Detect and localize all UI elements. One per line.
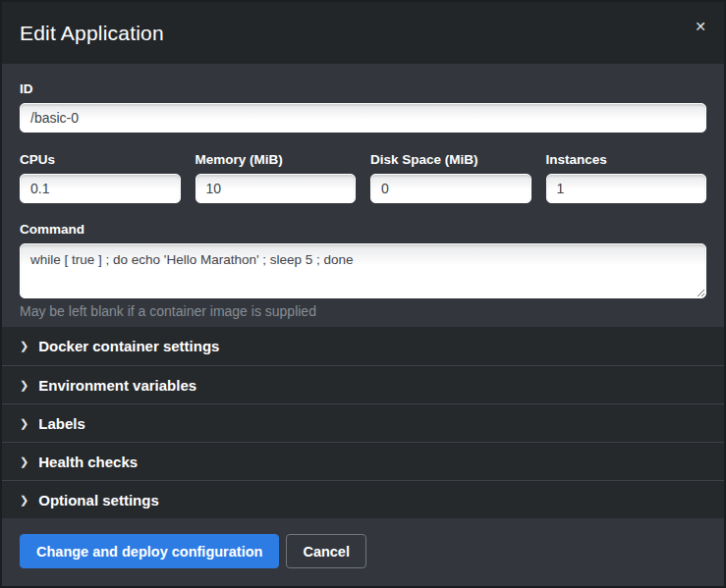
memory-field-group: Memory (MiB) [195, 152, 357, 203]
instances-field-group: Instances [546, 152, 707, 203]
section-docker-container-settings[interactable]: ❯ Docker container settings [2, 327, 724, 365]
section-label: Environment variables [38, 377, 196, 394]
instances-label: Instances [546, 152, 707, 167]
disk-field-group: Disk Space (MiB) [370, 152, 531, 203]
cpus-label: CPUs [20, 152, 181, 167]
memory-label: Memory (MiB) [195, 152, 357, 167]
modal-header: Edit Application ✕ [2, 2, 724, 64]
change-and-deploy-button[interactable]: Change and deploy configuration [20, 534, 279, 568]
modal-title: Edit Application [20, 22, 164, 45]
instances-input[interactable] [546, 174, 707, 203]
chevron-right-icon: ❯ [20, 456, 28, 467]
edit-application-modal: Edit Application ✕ ID CPUs Memory (MiB) … [0, 0, 726, 588]
chevron-right-icon: ❯ [20, 418, 28, 429]
command-help-text: May be left blank if a container image i… [20, 303, 706, 319]
disk-label: Disk Space (MiB) [370, 152, 531, 167]
section-health-checks[interactable]: ❯ Health checks [2, 442, 724, 480]
id-field-group: ID [20, 81, 706, 133]
modal-footer: Change and deploy configuration Cancel [2, 518, 724, 586]
disk-input[interactable] [370, 174, 531, 203]
section-environment-variables[interactable]: ❯ Environment variables [2, 365, 724, 403]
chevron-right-icon: ❯ [20, 380, 28, 391]
section-label: Health checks [38, 454, 138, 470]
section-labels[interactable]: ❯ Labels [2, 403, 724, 442]
collapsible-sections: ❯ Docker container settings ❯ Environmen… [2, 327, 724, 518]
command-field-group: Command while [ true ] ; do echo 'Hello … [20, 222, 706, 319]
cancel-button[interactable]: Cancel [286, 534, 366, 568]
chevron-right-icon: ❯ [20, 341, 28, 351]
command-label: Command [20, 222, 706, 237]
cpus-field-group: CPUs [20, 152, 181, 203]
chevron-right-icon: ❯ [20, 495, 28, 506]
close-icon[interactable]: ✕ [691, 16, 710, 37]
section-label: Labels [38, 415, 85, 432]
modal-body: ID CPUs Memory (MiB) Disk Space (MiB) In… [2, 64, 724, 327]
memory-input[interactable] [195, 174, 357, 203]
resources-row: CPUs Memory (MiB) Disk Space (MiB) Insta… [20, 152, 706, 203]
section-label: Optional settings [38, 492, 159, 508]
command-textarea[interactable]: while [ true ] ; do echo 'Hello Marathon… [20, 243, 706, 298]
id-label: ID [20, 81, 706, 96]
section-label: Docker container settings [38, 338, 219, 354]
cpus-input[interactable] [20, 174, 181, 203]
section-optional-settings[interactable]: ❯ Optional settings [2, 480, 724, 518]
id-input[interactable] [20, 103, 706, 133]
